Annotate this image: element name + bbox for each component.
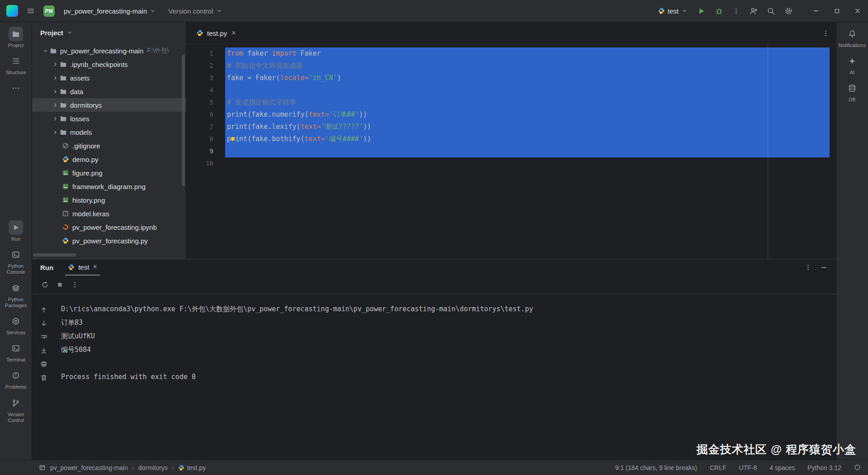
run-button[interactable]: [694, 4, 708, 18]
project-horizontal-scrollbar[interactable]: [33, 253, 76, 256]
run-panel-title[interactable]: Run: [40, 264, 53, 271]
stop-button[interactable]: [56, 281, 64, 289]
tool-stripe-services[interactable]: Services: [0, 314, 32, 336]
project-avatar[interactable]: PM: [43, 5, 55, 17]
line-number[interactable]: 4: [186, 84, 225, 96]
more-actions-icon[interactable]: [730, 5, 743, 18]
code-line[interactable]: fake = Faker(locale='zh_CN'): [225, 72, 830, 84]
run-more-icon[interactable]: [71, 281, 79, 289]
tool-stripe-more-tools[interactable]: [0, 81, 32, 95]
tool-stripe-database[interactable]: DB: [836, 81, 868, 103]
code-line[interactable]: # 初始化中文环境生成器: [225, 60, 830, 72]
project-tree-item--ipynb-checkpoints[interactable]: .ipynb_checkpoints: [32, 57, 186, 71]
code-with-me-icon[interactable]: [746, 4, 760, 18]
line-number[interactable]: 10: [186, 157, 225, 170]
console-line: 订单83: [61, 316, 836, 329]
close-button[interactable]: [847, 0, 868, 22]
debug-button[interactable]: [712, 4, 726, 18]
line-number[interactable]: 6: [186, 109, 225, 121]
project-tree-item-demo-py[interactable]: demo.py: [32, 152, 186, 166]
maximize-button[interactable]: [826, 0, 847, 22]
code-line[interactable]: [225, 84, 830, 96]
close-run-tab-icon[interactable]: ×: [93, 263, 97, 271]
code-line[interactable]: print(fake.lexify(text='测试?????')): [225, 121, 830, 133]
status-indicator-icon[interactable]: [854, 464, 861, 471]
project-tree-item--gitignore[interactable]: .gitignore: [32, 139, 186, 152]
python-icon: [196, 29, 203, 37]
indent-style[interactable]: 4 spaces: [769, 464, 795, 471]
rerun-button[interactable]: [41, 281, 49, 289]
run-config-selector[interactable]: test: [655, 5, 691, 17]
folder-icon: [60, 88, 67, 95]
project-tree-item-losses[interactable]: losses: [32, 112, 186, 125]
line-ending[interactable]: CRLF: [710, 464, 726, 471]
code-line[interactable]: [225, 157, 830, 170]
tool-stripe-python-console[interactable]: Python Console: [0, 247, 32, 275]
tool-stripe-notifications[interactable]: Notifications: [836, 27, 868, 48]
tool-stripe-problems[interactable]: Problems: [0, 368, 32, 390]
run-options-icon[interactable]: [804, 264, 812, 271]
project-switcher[interactable]: pv_power_forecasting-main: [61, 5, 159, 17]
project-tree-item-pv-power-forecasting-ipynb[interactable]: pv_power_forecasting.ipynb: [32, 220, 186, 234]
tool-stripe-label: Run: [11, 236, 20, 242]
breadcrumb-item[interactable]: pv_power_forecasting-main: [50, 464, 128, 471]
tool-window-layout-icon[interactable]: [39, 464, 46, 471]
line-number[interactable]: 1: [186, 48, 225, 60]
tool-stripe-python-packages[interactable]: Python Packages: [0, 281, 32, 309]
editor-tab-testpy[interactable]: test.py ×: [191, 22, 241, 44]
tool-stripe-run[interactable]: Run: [0, 220, 32, 242]
line-number[interactable]: 7: [186, 121, 225, 133]
line-number[interactable]: 2: [186, 60, 225, 72]
breakpoint-dot-icon[interactable]: [231, 137, 235, 141]
hide-panel-icon[interactable]: [820, 264, 828, 271]
vcs-widget[interactable]: Version control: [165, 5, 225, 17]
tool-stripe-version-control[interactable]: Version Control: [0, 396, 32, 423]
tool-stripe-structure[interactable]: Structure: [0, 54, 32, 76]
minimize-button[interactable]: [806, 0, 826, 22]
problems-icon: [12, 371, 20, 380]
tool-stripe-terminal[interactable]: Terminal: [0, 341, 32, 363]
run-tab-test[interactable]: test ×: [65, 259, 100, 276]
python-interpreter[interactable]: Python 3.12: [807, 464, 841, 471]
project-tree-item-dormitorys[interactable]: dormitorys: [32, 98, 186, 112]
code-line[interactable]: from faker import Faker: [225, 48, 830, 60]
caret-position[interactable]: 9:1 (184 chars, 9 line breaks): [615, 464, 697, 471]
line-number[interactable]: 8: [186, 133, 225, 145]
code-line[interactable]: print(fake.numerify(text='订单##')): [225, 109, 830, 121]
console-line: 测试uUfKU: [61, 329, 836, 343]
code-line[interactable]: [225, 145, 830, 157]
file-encoding[interactable]: UTF-8: [739, 464, 757, 471]
image-file-icon: [62, 183, 69, 190]
breadcrumb-item[interactable]: dormitorys: [138, 464, 168, 471]
project-tree-item-data[interactable]: data: [32, 85, 186, 98]
tool-stripe-ai-assistant[interactable]: AI: [836, 54, 868, 76]
close-tab-icon[interactable]: ×: [231, 29, 236, 37]
search-icon[interactable]: [764, 4, 778, 18]
editor-options-icon[interactable]: [820, 28, 831, 39]
settings-icon[interactable]: [782, 4, 796, 18]
run-config-name: test: [668, 7, 679, 15]
python-console-icon: [12, 251, 20, 259]
line-number[interactable]: 5: [186, 96, 225, 109]
project-vertical-scrollbar[interactable]: [182, 55, 185, 186]
code-line[interactable]: print(fake.bothify(text='编号####')): [225, 133, 830, 145]
line-number[interactable]: 3: [186, 72, 225, 84]
code-line[interactable]: # 生成指定格式字符串: [225, 96, 830, 109]
code-area[interactable]: 1from faker import Faker2# 初始化中文环境生成器3fa…: [186, 45, 830, 259]
project-tree-item-figure-png[interactable]: figure.png: [32, 166, 186, 180]
project-tree-item-framework-diagram-png[interactable]: framework_diagram.png: [32, 180, 186, 193]
main-menu-icon[interactable]: [24, 4, 38, 18]
console-output[interactable]: D:\rics\anaconda3\python.exe F:\外包\大数据外包…: [32, 295, 836, 460]
breadcrumb-item[interactable]: test.py: [178, 464, 206, 471]
project-tree-item-models[interactable]: models: [32, 125, 186, 139]
project-tree-item-model-keras[interactable]: ?model.keras: [32, 207, 186, 220]
tool-stripe-project[interactable]: Project: [0, 27, 32, 48]
tree-item-label: demo.py: [72, 156, 99, 163]
project-tree-item-pv-power-forecasting-py[interactable]: pv_power_forecasting.py: [32, 234, 186, 247]
line-number[interactable]: 9: [186, 145, 225, 157]
folder-icon: [60, 61, 67, 68]
project-tree-item-assets[interactable]: assets: [32, 71, 186, 85]
project-tree-item-history-png[interactable]: history.png: [32, 193, 186, 207]
project-tree-root[interactable]: pv_power_forecasting-mainF:\外包\: [32, 44, 186, 57]
project-panel-header[interactable]: Project: [32, 22, 186, 43]
